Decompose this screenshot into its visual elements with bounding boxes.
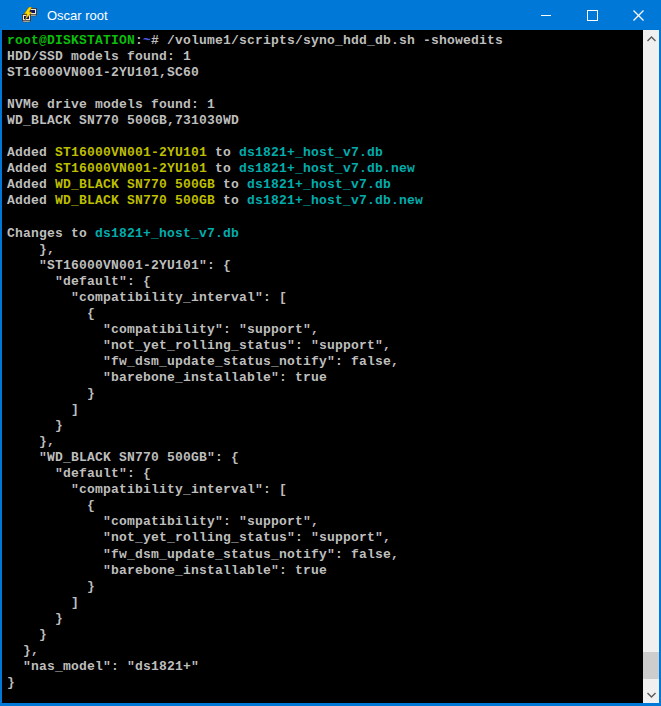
terminal-line: Added ST16000VN001-2YU101 to ds1821+_hos… xyxy=(7,145,643,161)
terminal-line: "compatibility": "support", xyxy=(7,514,643,530)
terminal-line: }, xyxy=(7,434,643,450)
terminal-line: } xyxy=(7,675,643,691)
terminal-line: Changes to ds1821+_host_v7.db xyxy=(7,226,643,242)
terminal-line xyxy=(7,210,643,226)
terminal-line: "nas_model": "ds1821+" xyxy=(7,659,643,675)
terminal-line: "not_yet_rolling_status": "support", xyxy=(7,530,643,546)
window-title: Oscar root xyxy=(47,8,108,23)
terminal-line: root@DISKSTATION:~# /volume1/scripts/syn… xyxy=(7,33,643,49)
terminal-line: "WD_BLACK SN770 500GB": { xyxy=(7,450,643,466)
terminal-line: "ST16000VN001-2YU101": { xyxy=(7,258,643,274)
terminal-line: WD_BLACK SN770 500GB,731030WD xyxy=(7,113,643,129)
terminal-line: } xyxy=(7,386,643,402)
vertical-scrollbar[interactable] xyxy=(643,30,659,703)
terminal-line: "compatibility_interval": [ xyxy=(7,482,643,498)
terminal-line: } xyxy=(7,627,643,643)
minimize-icon xyxy=(541,15,551,16)
terminal-line: "barebone_installable": true xyxy=(7,563,643,579)
terminal-line: "default": { xyxy=(7,274,643,290)
scrollbar-thumb[interactable] xyxy=(643,652,659,679)
scroll-up-button[interactable] xyxy=(643,30,659,47)
terminal-line: "fw_dsm_update_status_notify": false, xyxy=(7,547,643,563)
window-controls xyxy=(523,0,661,30)
terminal-line: { xyxy=(7,498,643,514)
maximize-button[interactable] xyxy=(569,0,615,30)
terminal-line: "barebone_installable": true xyxy=(7,370,643,386)
terminal-line: } xyxy=(7,611,643,627)
terminal-line xyxy=(7,81,643,97)
terminal-line: NVMe drive models found: 1 xyxy=(7,97,643,113)
terminal-line: } xyxy=(7,579,643,595)
terminal-line: Added WD_BLACK SN770 500GB to ds1821+_ho… xyxy=(7,177,643,193)
terminal-line xyxy=(7,129,643,145)
terminal-line: }, xyxy=(7,242,643,258)
terminal-line: "fw_dsm_update_status_notify": false, xyxy=(7,354,643,370)
terminal-line: { xyxy=(7,306,643,322)
terminal-line: HDD/SSD models found: 1 xyxy=(7,49,643,65)
terminal-line: Added ST16000VN001-2YU101 to ds1821+_hos… xyxy=(7,161,643,177)
terminal-line: "not_yet_rolling_status": "support", xyxy=(7,338,643,354)
terminal-line: "default": { xyxy=(7,466,643,482)
scrollbar-track[interactable] xyxy=(643,47,659,686)
scroll-up-icon xyxy=(647,36,656,42)
terminal-line: }, xyxy=(7,643,643,659)
terminal-output[interactable]: root@DISKSTATION:~# /volume1/scripts/syn… xyxy=(2,30,643,703)
putty-window: Oscar root root@DISKSTATION:~# /volume1/… xyxy=(0,0,661,706)
close-button[interactable] xyxy=(615,0,661,30)
terminal-line: ST16000VN001-2YU101,SC60 xyxy=(7,65,643,81)
minimize-button[interactable] xyxy=(523,0,569,30)
terminal-line: "compatibility_interval": [ xyxy=(7,290,643,306)
terminal-line: "compatibility": "support", xyxy=(7,322,643,338)
window-body: root@DISKSTATION:~# /volume1/scripts/syn… xyxy=(0,30,661,706)
putty-icon xyxy=(21,7,38,24)
terminal-line: ] xyxy=(7,402,643,418)
terminal-line: ] xyxy=(7,595,643,611)
maximize-icon xyxy=(587,10,598,21)
scroll-down-icon xyxy=(647,692,656,698)
close-icon xyxy=(633,10,644,21)
terminal-line: } xyxy=(7,418,643,434)
scroll-down-button[interactable] xyxy=(643,686,659,703)
titlebar[interactable]: Oscar root xyxy=(0,0,661,30)
terminal-line: Added WD_BLACK SN770 500GB to ds1821+_ho… xyxy=(7,193,643,209)
